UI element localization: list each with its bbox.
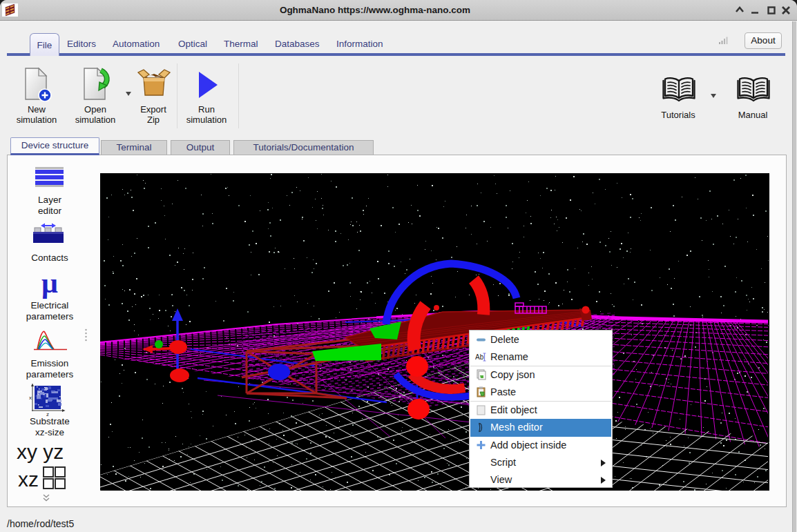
svg-text:z: z — [46, 411, 49, 416]
svg-text:x: x — [29, 395, 32, 401]
svg-text:Ab: Ab — [475, 353, 484, 361]
